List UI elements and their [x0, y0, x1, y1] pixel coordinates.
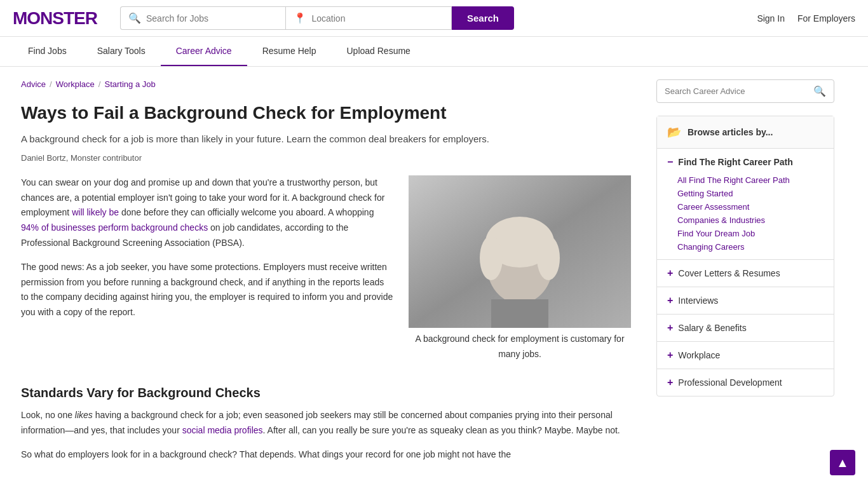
section-label-workplace: Workplace — [678, 350, 720, 360]
expand-icon-professional-dev: + — [667, 377, 673, 388]
section-label-salary: Salary & Benefits — [678, 323, 746, 333]
career-advice-search-input[interactable] — [665, 86, 813, 96]
browse-header: 📂 Browse articles by... — [657, 116, 834, 149]
section2-title: Standards Vary for Background Checks — [21, 386, 631, 400]
expand-icon-workplace: + — [667, 349, 673, 361]
browse-label: Browse articles by... — [688, 127, 773, 137]
header: MONSTER 🔍 📍 Search Sign In For Employers — [0, 0, 868, 37]
location-wrap: 📍 — [285, 6, 451, 30]
breadcrumb-starting-job[interactable]: Starting a Job — [104, 79, 155, 89]
article-author: Daniel Bortz, Monster contributor — [21, 153, 631, 163]
breadcrumb: Advice / Workplace / Starting a Job — [21, 79, 631, 89]
breadcrumb-advice[interactable]: Advice — [21, 79, 46, 89]
sub-item-career-assessment[interactable]: Career Assessment — [677, 202, 824, 212]
sub-item-dream-job[interactable]: Find Your Dream Job — [677, 229, 824, 238]
search-jobs-input[interactable] — [146, 13, 278, 24]
article-para-4: So what do employers look for in a backg… — [21, 447, 631, 463]
section-label-professional-dev: Professional Development — [678, 377, 782, 388]
nav-bar: Find Jobs Salary Tools Career Advice Res… — [0, 37, 868, 67]
article-title: Ways to Fail a Background Check for Empl… — [21, 102, 631, 125]
browse-section-workplace: + Workplace — [657, 342, 834, 369]
image-caption: A background check for employment is cus… — [409, 332, 631, 362]
location-icon: 📍 — [294, 12, 306, 24]
scroll-top-button[interactable]: ▲ — [830, 450, 855, 475]
header-right: Sign In For Employers — [757, 13, 855, 24]
sub-item-changing-careers[interactable]: Changing Careers — [677, 242, 824, 252]
article-text-left: You can swear on your dog and promise up… — [21, 175, 393, 371]
search-jobs-wrap: 🔍 — [120, 6, 285, 30]
article-image-right: A background check for employment is cus… — [409, 175, 631, 371]
nav-resume-help[interactable]: Resume Help — [247, 37, 332, 66]
browse-section-cover-letters: + Cover Letters & Resumes — [657, 260, 834, 287]
browse-section-career-path: − Find The Right Career Path All Find Th… — [657, 149, 834, 260]
article-subtitle: A background check for a job is more tha… — [21, 132, 631, 147]
expand-icon-cover-letters: + — [667, 268, 673, 279]
breadcrumb-sep1: / — [50, 79, 52, 89]
svg-point-6 — [480, 236, 503, 280]
browse-section-salary: + Salary & Benefits — [657, 315, 834, 342]
browse-section-header-workplace[interactable]: + Workplace — [657, 342, 834, 369]
browse-section-header-career-path[interactable]: − Find The Right Career Path — [657, 149, 834, 175]
link-will-likely[interactable]: will likely be — [72, 207, 119, 217]
breadcrumb-workplace[interactable]: Workplace — [56, 79, 95, 89]
sub-item-getting-started[interactable]: Getting Started — [677, 189, 824, 198]
article-para-3: Look, no one likes having a background c… — [21, 408, 631, 438]
article-body: You can swear on your dog and promise up… — [21, 175, 631, 463]
browse-box: 📂 Browse articles by... − Find The Right… — [656, 116, 834, 396]
expand-icon-interviews: + — [667, 295, 673, 306]
section-label-career-path: Find The Right Career Path — [678, 157, 792, 167]
logo[interactable]: MONSTER — [13, 8, 97, 29]
browse-sub-items-career-path: All Find The Right Career Path Getting S… — [657, 175, 834, 259]
section-label-interviews: Interviews — [678, 295, 718, 306]
browse-section-interviews: + Interviews — [657, 287, 834, 315]
article-para-1: You can swear on your dog and promise up… — [21, 175, 393, 251]
svg-rect-8 — [491, 299, 548, 328]
nav-find-jobs[interactable]: Find Jobs — [13, 37, 82, 66]
search-bar: 🔍 📍 Search — [120, 6, 514, 30]
article-image — [409, 175, 631, 328]
search-button[interactable]: Search — [452, 6, 514, 30]
for-employers-link[interactable]: For Employers — [797, 13, 855, 24]
link-social-media[interactable]: social media profiles — [182, 425, 263, 435]
expand-icon-salary: + — [667, 322, 673, 334]
breadcrumb-sep2: / — [98, 79, 101, 89]
section-label-cover-letters: Cover Letters & Resumes — [678, 268, 780, 278]
article-with-image: You can swear on your dog and promise up… — [21, 175, 631, 371]
article-para-2: The good news: As a job seeker, you have… — [21, 260, 393, 320]
main-content: Advice / Workplace / Starting a Job Ways… — [8, 67, 860, 488]
nav-career-advice[interactable]: Career Advice — [161, 37, 247, 66]
sidebar-search: 🔍 — [656, 79, 834, 103]
sign-in-link[interactable]: Sign In — [757, 13, 785, 24]
browse-section-professional-dev: + Professional Development — [657, 369, 834, 396]
sidebar-search-icon[interactable]: 🔍 — [813, 85, 826, 97]
browse-section-header-salary[interactable]: + Salary & Benefits — [657, 315, 834, 341]
browse-section-header-professional-dev[interactable]: + Professional Development — [657, 369, 834, 396]
browse-section-header-cover-letters[interactable]: + Cover Letters & Resumes — [657, 260, 834, 287]
nav-salary-tools[interactable]: Salary Tools — [82, 37, 161, 66]
folder-icon: 📂 — [667, 125, 681, 139]
sub-item-companies[interactable]: Companies & Industries — [677, 215, 824, 225]
nav-upload-resume[interactable]: Upload Resume — [331, 37, 425, 66]
browse-section-header-interviews[interactable]: + Interviews — [657, 287, 834, 314]
location-input[interactable] — [311, 13, 443, 24]
sidebar: 🔍 📂 Browse articles by... − Find The Rig… — [656, 79, 834, 471]
svg-point-7 — [537, 236, 560, 280]
article-area: Advice / Workplace / Starting a Job Ways… — [21, 79, 631, 471]
search-jobs-icon: 🔍 — [128, 12, 141, 24]
link-94-percent[interactable]: 94% of businesses perform background che… — [21, 222, 208, 233]
sub-item-all[interactable]: All Find The Right Career Path — [677, 175, 824, 185]
collapse-icon: − — [667, 156, 673, 168]
